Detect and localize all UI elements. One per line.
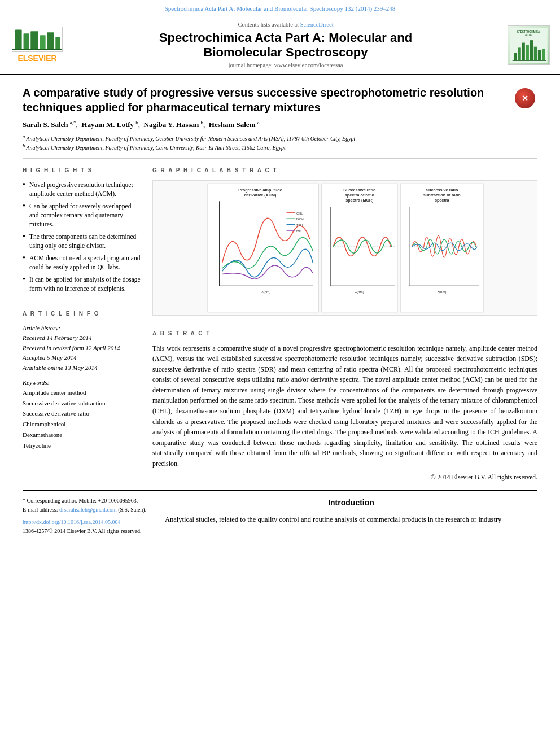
abstract-section: A B S T R A C T This work represents a c… [152,324,537,482]
svg-text:spectra (MCR): spectra (MCR) [345,198,374,203]
article-info-section: A R T I C L E I N F O Article history: R… [23,304,141,451]
svg-rect-15 [533,47,536,60]
history-label: Article history: [23,324,141,334]
svg-text:ACTA: ACTA [525,34,532,37]
svg-rect-10 [514,53,517,60]
abstract-text: This work represents a comparative study… [152,343,537,469]
svg-rect-17 [541,49,544,60]
article-title: A comparative study of progressive versu… [23,85,509,115]
footer-right: Introduction Analytical studies, related… [165,496,537,534]
graphical-abstract-image: Progressive amplitude derivative (ACM) [152,180,537,316]
author-2: Hayam M. Lotfy [81,121,134,129]
elsevier-logo: ELSEVIER [9,27,65,64]
highlight-item: It can be applied for analysis of the do… [23,275,141,293]
keywords-section: Keywords: Amplitude center method Succes… [23,378,141,451]
two-column-layout: H I G H L I G H T S Novel progressive re… [23,159,537,482]
svg-rect-5 [55,37,60,49]
keywords-label: Keywords: [23,378,141,388]
svg-text:DXM: DXM [296,217,304,221]
right-column: G R A P H I C A L A B S T R A C T Progre… [152,167,537,482]
author-1: Sarah S. Saleh [23,121,68,129]
contents-line: Contents lists available at ScienceDirec… [71,21,500,29]
svg-text:TZH: TZH [296,223,303,226]
elsevier-text: ELSEVIER [18,53,56,64]
footer-notes: * Corresponding author. Mobile: +20 1006… [23,496,537,536]
introduction-section: Introduction Analytical studies, related… [165,496,537,534]
issn-text: 1386-4257/© 2014 Elsevier B.V. All right… [23,527,164,536]
svg-text:Progressive amplitude: Progressive amplitude [238,187,282,192]
keyword: Amplitude center method [23,387,141,398]
svg-text:λ(nm): λ(nm) [438,289,447,293]
spectrochimica-logo-icon: SPECTROCHIMICA ACTA [508,25,550,65]
svg-text:subtraction of ratio: subtraction of ratio [423,192,461,197]
keywords-list: Amplitude center method Successive deriv… [23,387,141,451]
journal-title: Spectrochimica Acta Part A: Molecular an… [71,30,500,60]
svg-text:CHL: CHL [296,212,303,215]
svg-rect-13 [526,45,528,60]
svg-rect-11 [518,48,520,60]
svg-text:spectra of ratio: spectra of ratio [345,192,375,197]
highlight-item: The three components can be determined u… [23,232,141,250]
highlight-item: Novel progressive resolution technique; … [23,180,141,198]
svg-text:λ(nm): λ(nm) [261,289,270,293]
article-info-content: Article history: Received 14 February 20… [23,324,141,451]
graphical-abstract-header: G R A P H I C A L A B S T R A C T [152,167,537,176]
svg-text:spectra: spectra [435,198,450,203]
elsevier-tree-icon [12,27,63,52]
article-history: Article history: Received 14 February 20… [23,324,141,373]
author-4: Hesham Salem [209,121,256,129]
received-revised-date: Received in revised form 12 April 2014 [23,343,141,353]
svg-rect-12 [522,43,524,60]
highlights-section: H I G H L I G H T S Novel progressive re… [23,167,141,294]
keyword: Chloramphenicol [23,419,141,430]
abstract-header: A B S T R A C T [152,330,537,339]
received-date: Received 14 February 2014 [23,333,141,343]
crossmark [515,88,537,108]
journal-homepage: journal homepage: www.elsevier.com/locat… [71,62,500,70]
affiliation-a: a Analytical Chemistry Department, Facul… [23,134,509,143]
highlight-item: Can be applied for severely overlapped a… [23,202,141,229]
journal-center: Contents lists available at ScienceDirec… [71,21,500,69]
graphical-abstract-section: G R A P H I C A L A B S T R A C T Progre… [152,167,537,316]
top-bar: Spectrochimica Acta Part A: Molecular an… [0,0,560,16]
affiliations: a Analytical Chemistry Department, Facul… [23,134,509,152]
keyword: Tetryzoline [23,440,141,451]
journal-header: ELSEVIER Contents lists available at Sci… [0,16,560,75]
article-info-header: A R T I C L E I N F O [23,310,141,319]
accepted-date: Accepted 5 May 2014 [23,353,141,363]
svg-rect-1 [24,33,29,49]
crossmark-icon [515,88,535,108]
email-link[interactable]: drsarahsaleh@gmail.com [59,506,117,513]
introduction-title: Introduction [165,496,537,509]
email-line: E-mail address: drsarahsaleh@gmail.com (… [23,505,164,514]
svg-rect-2 [30,31,38,49]
title-content: A comparative study of progressive versu… [23,85,509,152]
svg-rect-0 [15,29,22,49]
abstract-copyright: © 2014 Elsevier B.V. All rights reserved… [152,473,537,482]
corresponding-author: * Corresponding author. Mobile: +20 1006… [23,496,164,505]
svg-text:λ(nm): λ(nm) [355,289,364,293]
svg-text:SPECTROCHIMICA: SPECTROCHIMICA [517,30,540,33]
svg-rect-14 [530,40,532,60]
keyword: Dexamethasone [23,430,141,440]
science-direct-link[interactable]: ScienceDirect [300,21,334,28]
highlights-list: Novel progressive resolution technique; … [23,180,141,294]
introduction-text: Analytical studies, related to the quali… [165,514,537,525]
svg-text:Successive ratio: Successive ratio [426,187,458,192]
article-body: A comparative study of progressive versu… [0,75,560,535]
highlight-item: ACM does not need a special program and … [23,254,141,272]
doi-link[interactable]: http://dx.doi.org/10.1016/j.saa.2014.05.… [23,518,164,527]
affiliation-b: b Analytical Chemistry Department, Facul… [23,143,509,152]
svg-rect-4 [47,32,54,49]
svg-text:Successive ratio: Successive ratio [343,187,376,192]
authors: Sarah S. Saleh a,*, Hayam M. Lotfy b, Na… [23,119,509,130]
svg-text:derivative (ACM): derivative (ACM) [244,192,277,197]
highlights-header: H I G H L I G H T S [23,167,141,176]
keyword: Successive derivative subtraction [23,398,141,409]
svg-rect-16 [537,50,540,60]
keyword: Successive derivative ratio [23,408,141,419]
journal-reference: Spectrochimica Acta Part A: Molecular an… [165,5,396,12]
svg-text:Mix: Mix [296,229,301,233]
author-3: Nagiba Y. Hassan [144,121,199,129]
available-date: Available online 13 May 2014 [23,363,141,373]
